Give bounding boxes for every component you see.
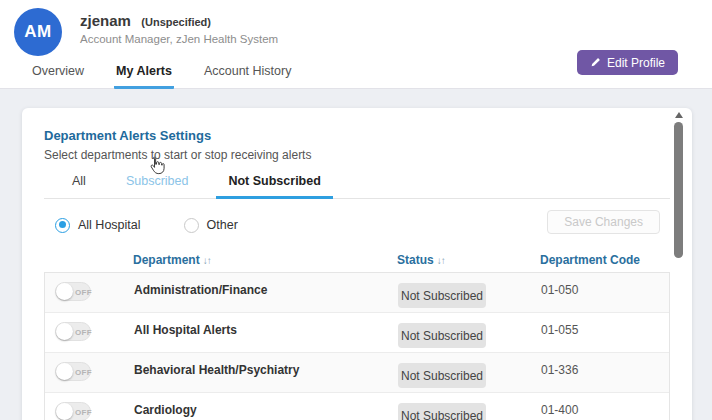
tab-overview[interactable]: Overview [30,64,86,89]
tab-account-history[interactable]: Account History [202,64,294,89]
department-table-body: OFF Administration/Finance Not Subscribe… [44,272,670,420]
column-department-code-label: Department Code [540,253,640,267]
table-scrollbar[interactable] [674,112,684,336]
column-department-label: Department [133,253,200,267]
pencil-icon [590,57,601,68]
subscription-toggle[interactable]: OFF [55,402,91,420]
tab-my-alerts[interactable]: My Alerts [114,64,174,89]
status-badge: Not Subscribed [398,363,486,388]
subscription-toggle[interactable]: OFF [55,322,91,341]
toggle-knob-icon[interactable] [56,283,73,300]
table-row: OFF Cardiology Not Subscribed 01-400 [45,393,669,420]
column-header-department-code: Department Code [540,253,670,267]
username: zjenam [80,12,131,29]
toggle-cell: OFF [45,393,134,420]
toggle-knob-icon[interactable] [56,363,73,380]
department-code: 01-050 [541,273,669,312]
edit-profile-label: Edit Profile [607,56,665,70]
toggle-state-label: OFF [75,408,92,417]
sort-icon[interactable]: ↓↑ [203,255,211,266]
status-cell: Not Subscribed [398,273,541,312]
account-header: AM zjenam (Unspecified) Account Manager,… [0,0,712,89]
department-name: Behavioral Health/Psychiatry [134,353,398,392]
toggle-cell: OFF [45,313,134,352]
scrollbar-thumb[interactable] [674,122,683,258]
table-row: OFF Behavioral Health/Psychiatry Not Sub… [45,353,669,393]
user-name-row: zjenam (Unspecified) [80,12,211,30]
edit-profile-button[interactable]: Edit Profile [577,50,678,75]
status-badge: Not Subscribed [398,403,486,420]
department-name: Administration/Finance [134,273,398,312]
radio-all-hospital[interactable]: All Hospital [55,218,141,233]
status-cell: Not Subscribed [398,313,541,352]
avatar: AM [14,8,62,56]
scrollbar-up-arrow-icon[interactable] [675,112,683,118]
department-table-header: Department↓↑ Status↓↑ Department Code [44,248,670,272]
filter-tab-all[interactable]: All [60,170,98,199]
subscription-toggle[interactable]: OFF [55,362,91,381]
radio-all-hospital-label: All Hospital [78,218,141,232]
filter-tab-not-subscribed[interactable]: Not Subscribed [216,170,332,199]
department-code: 01-055 [541,313,669,352]
subscription-filter-tabs: All Subscribed Not Subscribed [44,170,670,199]
radio-circle-selected-icon[interactable] [55,218,70,233]
controls-row: All Hospital Other Save Changes [44,212,670,238]
column-header-status[interactable]: Status↓↑ [397,253,540,267]
radio-other-label: Other [207,218,238,232]
department-code: 01-336 [541,353,669,392]
department-alerts-card: Department Alerts Settings Select depart… [22,108,692,420]
column-header-department[interactable]: Department↓↑ [133,253,397,267]
username-qualifier: (Unspecified) [141,16,211,28]
save-changes-button[interactable]: Save Changes [547,210,660,234]
toggle-state-label: OFF [75,288,92,297]
sort-icon[interactable]: ↓↑ [437,255,445,266]
toggle-cell: OFF [45,273,134,312]
column-status-label: Status [397,253,434,267]
toggle-knob-icon[interactable] [56,403,73,420]
radio-circle-unselected-icon[interactable] [184,218,199,233]
user-subtitle: Account Manager, zJen Health System [80,33,278,45]
status-badge: Not Subscribed [398,283,486,308]
department-name: Cardiology [134,393,398,420]
card-title: Department Alerts Settings [44,128,670,143]
status-badge: Not Subscribed [398,323,486,348]
toggle-state-label: OFF [75,368,92,377]
table-row: OFF Administration/Finance Not Subscribe… [45,273,669,313]
status-cell: Not Subscribed [398,353,541,392]
toggle-state-label: OFF [75,328,92,337]
card-subtitle: Select departments to start or stop rece… [44,148,670,162]
department-code: 01-400 [541,393,669,420]
radio-other[interactable]: Other [184,218,238,233]
account-tabs: Overview My Alerts Account History [30,64,293,89]
table-row: OFF All Hospital Alerts Not Subscribed 0… [45,313,669,353]
toggle-cell: OFF [45,353,134,392]
department-name: All Hospital Alerts [134,313,398,352]
status-cell: Not Subscribed [398,393,541,420]
filter-tab-subscribed[interactable]: Subscribed [114,170,201,199]
toggle-knob-icon[interactable] [56,323,73,340]
subscription-toggle[interactable]: OFF [55,282,91,301]
